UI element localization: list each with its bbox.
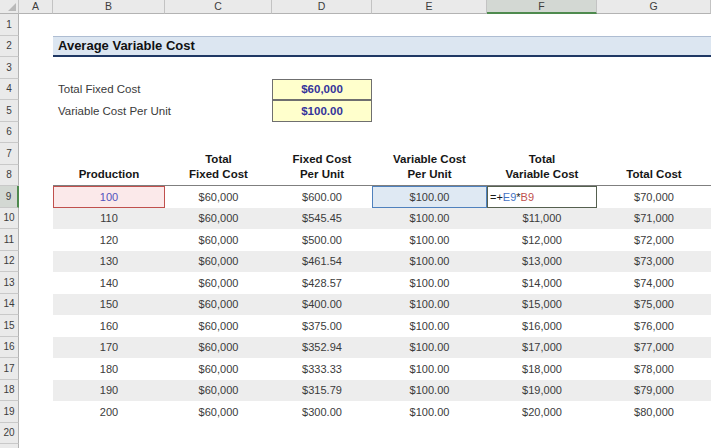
header-production[interactable]: Production bbox=[53, 143, 165, 185]
column-header-f-selected[interactable]: F bbox=[487, 0, 597, 14]
active-formula-cell-f9[interactable]: =+E9*B9 bbox=[487, 186, 597, 208]
cell-d9[interactable]: $600.00 bbox=[272, 186, 372, 208]
row-header-2[interactable]: 2 bbox=[0, 36, 19, 58]
row-header-15[interactable]: 15 bbox=[0, 315, 19, 337]
cell-D19[interactable]: $300.00 bbox=[272, 401, 372, 423]
cell-B12[interactable]: 130 bbox=[53, 251, 165, 273]
cell-C18[interactable]: $60,000 bbox=[165, 380, 272, 402]
cell-F14[interactable]: $15,000 bbox=[487, 294, 597, 316]
row-header-19[interactable]: 19 bbox=[0, 401, 19, 423]
column-header-b[interactable]: B bbox=[53, 0, 165, 14]
cell-C17[interactable]: $60,000 bbox=[165, 358, 272, 380]
column-header-c[interactable]: C bbox=[165, 0, 272, 14]
cell-G13[interactable]: $74,000 bbox=[597, 272, 711, 294]
row-header-8[interactable]: 8 bbox=[0, 165, 19, 187]
cell-D18[interactable]: $315.79 bbox=[272, 380, 372, 402]
cell-C14[interactable]: $60,000 bbox=[165, 294, 272, 316]
cell-G16[interactable]: $77,000 bbox=[597, 337, 711, 359]
cell-D17[interactable]: $333.33 bbox=[272, 358, 372, 380]
cell-D12[interactable]: $461.54 bbox=[272, 251, 372, 273]
cell-E10[interactable]: $100.00 bbox=[372, 208, 487, 230]
cell-G15[interactable]: $76,000 bbox=[597, 315, 711, 337]
variable-cost-label-cell[interactable]: Variable Cost Per Unit bbox=[58, 100, 258, 122]
row-header-7[interactable]: 7 bbox=[0, 143, 19, 165]
cell-F19[interactable]: $20,000 bbox=[487, 401, 597, 423]
header-total-variable-cost[interactable]: Total Variable Cost bbox=[487, 143, 597, 185]
cell-C12[interactable]: $60,000 bbox=[165, 251, 272, 273]
cell-B13[interactable]: 140 bbox=[53, 272, 165, 294]
cell-F16[interactable]: $17,000 bbox=[487, 337, 597, 359]
cell-B18[interactable]: 190 bbox=[53, 380, 165, 402]
cell-F11[interactable]: $12,000 bbox=[487, 229, 597, 251]
cell-C15[interactable]: $60,000 bbox=[165, 315, 272, 337]
title-banner-cell[interactable]: Average Variable Cost bbox=[53, 36, 711, 58]
cell-F17[interactable]: $18,000 bbox=[487, 358, 597, 380]
cell-D11[interactable]: $500.00 bbox=[272, 229, 372, 251]
row-header-14[interactable]: 14 bbox=[0, 294, 19, 316]
row-header-5[interactable]: 5 bbox=[0, 100, 19, 122]
cell-G10[interactable]: $71,000 bbox=[597, 208, 711, 230]
row-header-1[interactable]: 1 bbox=[0, 14, 19, 36]
cell-E19[interactable]: $100.00 bbox=[372, 401, 487, 423]
cell-G11[interactable]: $72,000 bbox=[597, 229, 711, 251]
cell-C16[interactable]: $60,000 bbox=[165, 337, 272, 359]
row-header-12[interactable]: 12 bbox=[0, 251, 19, 273]
cell-D14[interactable]: $400.00 bbox=[272, 294, 372, 316]
cell-E16[interactable]: $100.00 bbox=[372, 337, 487, 359]
cell-B15[interactable]: 160 bbox=[53, 315, 165, 337]
cell-E15[interactable]: $100.00 bbox=[372, 315, 487, 337]
row-header-3[interactable]: 3 bbox=[0, 57, 19, 79]
row-header-13[interactable]: 13 bbox=[0, 272, 19, 294]
cell-G14[interactable]: $75,000 bbox=[597, 294, 711, 316]
row-header-20[interactable]: 20 bbox=[0, 423, 19, 445]
column-header-e[interactable]: E bbox=[372, 0, 487, 14]
cell-B16[interactable]: 170 bbox=[53, 337, 165, 359]
fixed-cost-input-cell[interactable]: $60,000 bbox=[272, 79, 372, 101]
cell-E17[interactable]: $100.00 bbox=[372, 358, 487, 380]
cell-B19[interactable]: 200 bbox=[53, 401, 165, 423]
variable-cost-input-cell[interactable]: $100.00 bbox=[272, 100, 372, 122]
column-header-d[interactable]: D bbox=[272, 0, 372, 14]
cell-G18[interactable]: $79,000 bbox=[597, 380, 711, 402]
cell-E12[interactable]: $100.00 bbox=[372, 251, 487, 273]
header-total-cost[interactable]: Total Cost bbox=[597, 143, 711, 185]
cell-C13[interactable]: $60,000 bbox=[165, 272, 272, 294]
cell-g9[interactable]: $70,000 bbox=[597, 186, 711, 208]
cell-B14[interactable]: 150 bbox=[53, 294, 165, 316]
cell-B10[interactable]: 110 bbox=[53, 208, 165, 230]
cell-F10[interactable]: $11,000 bbox=[487, 208, 597, 230]
column-header-g[interactable]: G bbox=[597, 0, 711, 14]
header-total-fixed-cost[interactable]: Total Fixed Cost bbox=[165, 143, 272, 185]
column-header-a[interactable]: A bbox=[19, 0, 53, 14]
row-header-4[interactable]: 4 bbox=[0, 79, 19, 101]
cell-D15[interactable]: $375.00 bbox=[272, 315, 372, 337]
cell-G17[interactable]: $78,000 bbox=[597, 358, 711, 380]
referenced-cell-b9[interactable]: 100 bbox=[53, 186, 165, 208]
fixed-cost-label-cell[interactable]: Total Fixed Cost bbox=[58, 79, 258, 101]
cell-D13[interactable]: $428.57 bbox=[272, 272, 372, 294]
cell-F12[interactable]: $13,000 bbox=[487, 251, 597, 273]
row-header-18[interactable]: 18 bbox=[0, 380, 19, 402]
cell-C11[interactable]: $60,000 bbox=[165, 229, 272, 251]
cell-F15[interactable]: $16,000 bbox=[487, 315, 597, 337]
cell-E18[interactable]: $100.00 bbox=[372, 380, 487, 402]
row-header-6[interactable]: 6 bbox=[0, 122, 19, 144]
header-variable-cost-per-unit[interactable]: Variable Cost Per Unit bbox=[372, 143, 487, 185]
cell-D16[interactable]: $352.94 bbox=[272, 337, 372, 359]
row-header-16[interactable]: 16 bbox=[0, 337, 19, 359]
row-header-10[interactable]: 10 bbox=[0, 208, 19, 230]
referenced-cell-e9[interactable]: $100.00 bbox=[372, 186, 487, 208]
cell-C19[interactable]: $60,000 bbox=[165, 401, 272, 423]
row-header-11[interactable]: 11 bbox=[0, 229, 19, 251]
cell-D10[interactable]: $545.45 bbox=[272, 208, 372, 230]
cell-G19[interactable]: $80,000 bbox=[597, 401, 711, 423]
select-all-button[interactable] bbox=[0, 0, 19, 14]
cell-E11[interactable]: $100.00 bbox=[372, 229, 487, 251]
cell-F13[interactable]: $14,000 bbox=[487, 272, 597, 294]
cell-c9[interactable]: $60,000 bbox=[165, 186, 272, 208]
cell-B17[interactable]: 180 bbox=[53, 358, 165, 380]
cell-G12[interactable]: $73,000 bbox=[597, 251, 711, 273]
row-header-9-selected[interactable]: 9 bbox=[0, 186, 19, 208]
cell-E14[interactable]: $100.00 bbox=[372, 294, 487, 316]
header-fixed-cost-per-unit[interactable]: Fixed Cost Per Unit bbox=[272, 143, 372, 185]
